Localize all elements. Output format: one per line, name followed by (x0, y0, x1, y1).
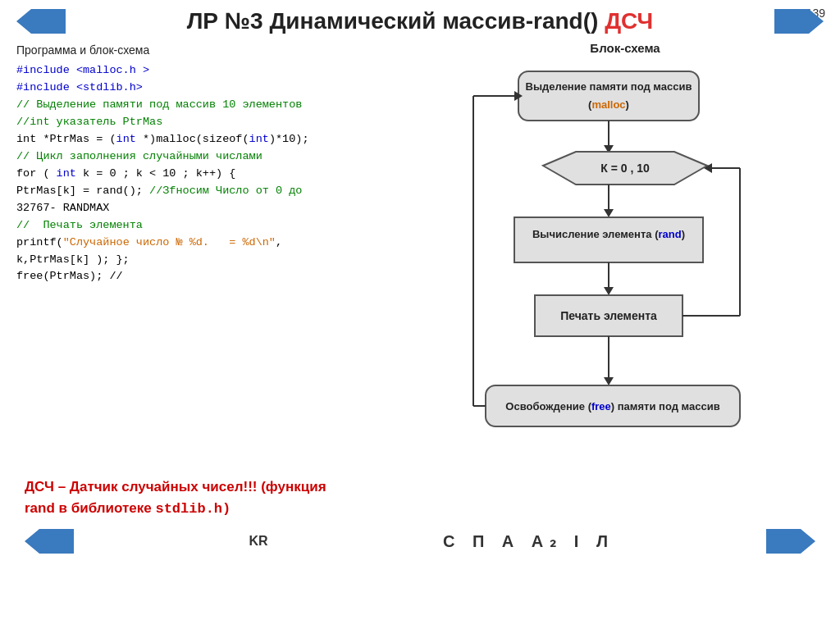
svg-text:(malloc): (malloc) (588, 98, 629, 111)
top-nav: ЛР №3 Динамический массив-rand() ДСЧ (16, 8, 824, 34)
code-line-13: free(PtrMas); // (16, 268, 410, 285)
prev-arrow[interactable] (16, 9, 66, 34)
code-line-7: for ( int k = 0 ; k < 10 ; k++) { (16, 166, 410, 183)
code-line-8: PtrMas[k] = rand(); //Зfносим Число от 0… (16, 183, 410, 200)
bottom-kr-label: KR (226, 534, 291, 549)
svg-marker-12 (604, 287, 614, 295)
svg-marker-8 (604, 209, 614, 217)
code-line-4: //int указатель PtrMas (16, 114, 410, 131)
svg-text:К = 0 , 10: К = 0 , 10 (600, 162, 650, 175)
title-text: ЛР №3 Динамический массив-rand() (187, 8, 605, 34)
svg-text:Вычисление элемента (rand): Вычисление элемента (rand) (532, 228, 685, 240)
bottom-next-arrow[interactable] (766, 529, 815, 554)
bottom-line1: ДСЧ – Датчик случайных чисел!!! (функция (25, 479, 326, 495)
bottom-center-labels: С П А А₂ І Л (443, 531, 614, 551)
svg-text:Выделение памяти под массив: Выделение памяти под массив (526, 80, 692, 93)
code-line-12: k,PtrMas[k] ); }; (16, 252, 410, 269)
svg-text:Освобождение (free) памяти под: Освобождение (free) памяти под массив (505, 400, 719, 412)
svg-marker-20 (604, 377, 614, 385)
block-schema-label: Блок-схема (590, 41, 660, 55)
code-line-10: // Печать элемента (16, 217, 410, 235)
slide: 139 ЛР №3 Динамический массив-rand() ДСЧ… (0, 0, 840, 629)
right-panel: Блок-схема Выделение памяти под массив (… (427, 41, 824, 465)
code-line-9: 32767- RANDMAX (16, 200, 410, 217)
code-line-5: int *PtrMas = (int *)malloc(sizeof(int)*… (16, 131, 410, 148)
bottom-prev-arrow[interactable] (25, 529, 74, 554)
code-line-6: // Цикл заполнения случайными числами (16, 148, 410, 166)
left-panel: Программа и блок-схема #include <malloc.… (16, 41, 410, 465)
bottom-code: stdlib.h) (155, 501, 231, 517)
code-line-1: #include <malloc.h > (16, 62, 410, 80)
bottom-text: ДСЧ – Датчик случайных чисел!!! (функция… (25, 476, 815, 519)
program-label: Программа и блок-схема (16, 41, 410, 59)
bottom-section: ДСЧ – Датчик случайных чисел!!! (функция… (16, 476, 824, 519)
code-line-11: printf("Случайное число № %d. = %d\n", (16, 235, 410, 252)
bottom-nav: KR С П А А₂ І Л (16, 529, 824, 554)
flowchart-svg: Выделение памяти под массив (malloc) К =… (469, 63, 781, 465)
content-area: Программа и блок-схема #include <malloc.… (16, 41, 824, 465)
bottom-line2: rand в библиотеке (25, 500, 155, 516)
slide-title: ЛР №3 Динамический массив-rand() ДСЧ (66, 8, 774, 34)
code-line-3: // Выделение памяти под массив 10 элемен… (16, 97, 410, 114)
svg-rect-0 (518, 71, 699, 121)
svg-text:Печать элемента: Печать элемента (560, 309, 657, 322)
title-dsc: ДСЧ (605, 8, 653, 34)
code-line-2: #include <stdlib.h> (16, 80, 410, 97)
